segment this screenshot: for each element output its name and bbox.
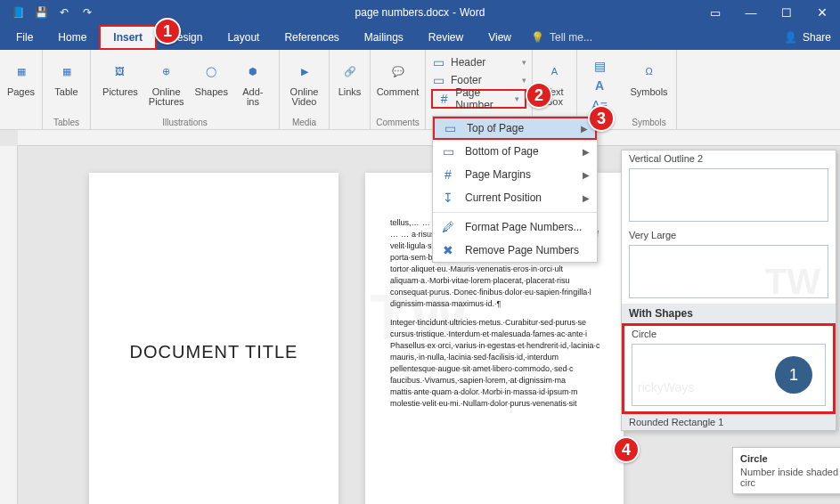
links-label: Links [338, 87, 362, 97]
chevron-right-icon: ▶ [583, 170, 590, 180]
tab-view[interactable]: View [476, 25, 524, 50]
menu-page-margins[interactable]: #Page Margins▶ [433, 163, 597, 186]
textbox-icon: A [541, 57, 569, 85]
gallery-preview[interactable]: TW [629, 245, 828, 298]
close-button[interactable]: × [804, 0, 840, 25]
horizontal-ruler[interactable] [18, 130, 840, 146]
pages-button[interactable]: ▦ Pages [4, 55, 39, 99]
addins-icon: ⬢ [239, 57, 267, 85]
page-1[interactable]: DOCUMENT TITLE [89, 173, 338, 504]
tab-layout[interactable]: Layout [215, 25, 272, 50]
comment-label: Comment [377, 87, 420, 97]
bulb-icon: 💡 [531, 31, 544, 44]
addins-label: Add- ins [242, 87, 263, 107]
pages-icon: ▦ [7, 57, 36, 85]
share-icon: 👤 [784, 31, 797, 44]
online-video-button[interactable]: ▶Online Video [287, 55, 322, 116]
media-group-label: Media [283, 116, 325, 127]
maximize-button[interactable]: ☐ [769, 0, 804, 25]
menu-format-page-numbers[interactable]: 🖉Format Page Numbers... [433, 215, 597, 239]
tooltip: Circle Number inside shaded circ [732, 447, 840, 494]
pictures-icon: 🖼 [106, 57, 135, 85]
tooltip-body: Number inside shaded circ [740, 467, 840, 488]
gallery-item-circle[interactable]: Circle [624, 326, 833, 342]
menu-remove-page-numbers[interactable]: ✖Remove Page Numbers [433, 239, 597, 262]
vertical-ruler[interactable] [0, 146, 18, 504]
menu-separator [433, 212, 597, 213]
step-badge-1: 1 [154, 18, 181, 45]
circle-number: 1 [789, 366, 798, 385]
ribbon-display-icon[interactable]: ▭ [697, 0, 733, 25]
gallery-section-with-shapes: With Shapes [622, 304, 836, 323]
undo-icon[interactable]: ↶ [57, 5, 71, 20]
gallery-preview-circle[interactable]: rickyWays 1 [632, 344, 826, 406]
window-title: page numbers.docx - Word [355, 6, 485, 19]
document-name: page numbers.docx [355, 6, 449, 19]
page-number-button[interactable]: #Page Number▾ [431, 89, 526, 109]
gallery-item-very-large[interactable]: Very Large [622, 227, 836, 243]
gallery-item-rounded-rectangle[interactable]: Rounded Rectangle 1 [622, 414, 836, 430]
page-number-menu: ▭Top of Page▶ ▭Bottom of Page▶ #Page Mar… [432, 116, 598, 263]
tell-me[interactable]: 💡Tell me... [531, 31, 592, 44]
wordart-icon: A [592, 78, 607, 93]
footer-label: Footer [451, 74, 482, 86]
title-bar: 📘 💾 ↶ ↷ page numbers.docx - Word ▭ — ☐ × [0, 0, 840, 25]
header-icon: ▭ [431, 55, 445, 69]
document-title: DOCUMENT TITLE [114, 342, 314, 362]
gallery-preview[interactable] [629, 168, 828, 222]
chevron-right-icon: ▶ [583, 147, 590, 157]
quickparts-icon: ▤ [592, 59, 607, 73]
bottom-page-icon: ▭ [440, 143, 456, 159]
share-button[interactable]: 👤Share [784, 31, 831, 44]
tell-me-label: Tell me... [550, 31, 592, 44]
watermark: TW [765, 262, 820, 302]
pictures-button[interactable]: 🖼Pictures [99, 55, 142, 116]
app-name: Word [460, 6, 485, 19]
symbols-button[interactable]: ΩSymbols [626, 55, 671, 116]
ribbon-tabs: File Home Insert Design Layout Reference… [0, 25, 840, 50]
online-pictures-label: Online Pictures [149, 87, 184, 107]
shapes-label: Shapes [195, 87, 228, 97]
menu-current-position[interactable]: ↧Current Position▶ [433, 186, 597, 209]
shapes-icon: ◯ [197, 57, 225, 85]
links-icon: 🔗 [336, 57, 364, 85]
remove-icon: ✖ [440, 242, 456, 258]
tables-group-label: Tables [46, 116, 86, 127]
minimize-button[interactable]: — [733, 0, 769, 25]
title-sep: - [453, 6, 456, 19]
links-button[interactable]: 🔗Links [332, 55, 368, 99]
comment-icon: 💬 [384, 57, 412, 85]
addins-button[interactable]: ⬢Add- ins [235, 55, 271, 116]
menu-bottom-of-page[interactable]: ▭Bottom of Page▶ [433, 140, 597, 163]
menu-top-of-page[interactable]: ▭Top of Page▶ [433, 117, 597, 140]
body-paragraph: Integer·tincidunt·ultricies·metus.·Curab… [390, 317, 599, 410]
tab-file[interactable]: File [4, 25, 45, 50]
save-icon[interactable]: 💾 [34, 5, 48, 20]
redo-icon[interactable]: ↷ [80, 5, 94, 20]
tab-insert[interactable]: Insert [99, 25, 157, 50]
chevron-down-icon: ▾ [522, 76, 526, 85]
ribbon: ▦ Pages ▦ Table Tables 🖼Pictures ⊕Online… [0, 50, 840, 130]
tab-mailings[interactable]: Mailings [352, 25, 416, 50]
menu-item-label: Format Page Numbers... [465, 221, 582, 233]
tab-home[interactable]: Home [45, 25, 99, 50]
wordart-button[interactable]: A [592, 77, 607, 94]
quickparts-button[interactable]: ▤ [592, 57, 607, 75]
step-badge-2: 2 [526, 82, 552, 109]
pages-label: Pages [7, 87, 35, 97]
comment-button[interactable]: 💬Comment [373, 55, 423, 116]
page-number-gallery[interactable]: Vertical Outline 2 Very Large TW With Sh… [621, 150, 836, 431]
pictures-label: Pictures [102, 87, 138, 97]
gallery-item-vertical-outline-2[interactable]: Vertical Outline 2 [622, 150, 836, 167]
online-pictures-icon: ⊕ [152, 57, 181, 85]
online-video-icon: ▶ [290, 57, 319, 85]
tab-references[interactable]: References [272, 25, 351, 50]
shapes-button[interactable]: ◯Shapes [192, 55, 232, 116]
online-pictures-button[interactable]: ⊕Online Pictures [145, 55, 188, 116]
word-app-icon: 📘 [11, 5, 25, 20]
table-button[interactable]: ▦ Table [49, 55, 85, 116]
current-pos-icon: ↧ [440, 190, 456, 206]
tab-review[interactable]: Review [416, 25, 476, 50]
share-label: Share [803, 31, 831, 44]
header-button[interactable]: ▭Header▾ [431, 53, 526, 71]
